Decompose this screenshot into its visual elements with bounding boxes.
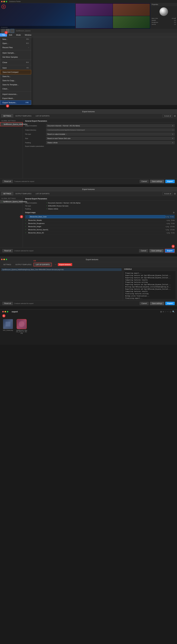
menu-save-compact[interactable]: Save And Compact	[0, 70, 31, 74]
reset-all-btn-2[interactable]: Reset all	[2, 249, 13, 252]
menu-export-mesh[interactable]: Export Mesh...	[0, 96, 31, 100]
minimize-window-button[interactable]	[4, 1, 5, 2]
file-item-0[interactable]: KDA_Graves.png	[2, 319, 14, 334]
close-window-button[interactable]	[1, 1, 2, 2]
export-main-1: General Export Parameters Output templat…	[23, 118, 177, 178]
save-settings-btn-3[interactable]: Save settings	[150, 302, 164, 305]
export-tabs-row-2: SETTINGS OUTPUT TEMPLATES LIST OF EXPORT…	[0, 191, 177, 196]
save-settings-btn-2[interactable]: Save settings	[149, 249, 164, 252]
reset-all-btn-1[interactable]: Reset all	[2, 180, 13, 183]
menu-import-resources[interactable]: Import resources...	[0, 92, 31, 96]
output-map-row-4[interactable]: ✓ BlestonSet_Normal_OpenGL • png 16 bits	[25, 228, 175, 231]
menu-save-as-copy[interactable]: Save As Copy...	[0, 78, 31, 82]
menu-save-as[interactable]: Save As...	[0, 74, 31, 78]
output-template-dropdown-1[interactable]: Document channels + Normal + AO (No Alph…	[46, 124, 175, 127]
tab-list-exports-3[interactable]: LIST OF EXPORTS	[34, 263, 52, 266]
export-btn-3[interactable]: Export	[165, 302, 175, 305]
output-map-row-5[interactable]: ✓ BlestonSet_Mixed_AO • png 8 bits	[25, 231, 175, 234]
textures-count-1: 7 textures selected for export	[14, 180, 34, 182]
file-item-1[interactable]: SpirtBlossom_Qiyanna_anna_ini...olor.png	[16, 319, 27, 334]
cancel-btn-2[interactable]: Cancel	[139, 249, 148, 252]
menu-open[interactable]: Open... ⌘O	[0, 41, 31, 46]
menu-get-samples[interactable]: Get More Samples	[0, 55, 31, 59]
close-fb[interactable]	[2, 311, 4, 312]
mesh-label: SpritBlossom_Qiyanna	[16, 30, 30, 32]
maximize-window-button[interactable]	[6, 1, 7, 2]
menu-edit[interactable]: Edit	[7, 33, 14, 36]
step4-badge: 4	[20, 215, 23, 218]
size-dropdown-1[interactable]: Based on each Texture Set's size ▼	[46, 137, 175, 140]
menu-new[interactable]: New... ⌘N	[0, 37, 31, 41]
window-controls-3	[1, 259, 7, 260]
texture-panel-4	[113, 16, 150, 28]
sidebar-mesh-preset-1[interactable]: ✓ SpritBlossom_Qiyanna_initialShading	[0, 122, 23, 126]
tab-output-templates-3[interactable]: OUTPUT TEMPLATES	[13, 263, 34, 266]
cancel-btn-3[interactable]: Cancel	[140, 302, 149, 305]
search-icon[interactable]: 🔍	[172, 310, 175, 313]
props-row-2: Metallic0.0	[150, 19, 177, 21]
console-line-7: Exporting texture set SpirtBlossom_Qiyan…	[125, 288, 174, 290]
max-3[interactable]	[6, 259, 7, 260]
sidebar-mesh-preset-2[interactable]: ✓ SpritBlossom_Qiyanna_initialShading	[0, 200, 23, 204]
menu-section: 1 File Edit Mode Window New... ⌘N Open..…	[0, 33, 177, 105]
output-map-row-2[interactable]: ✓ BlestonSet_Roughness • png 8 bits	[25, 222, 175, 225]
tab-settings-1[interactable]: SETTINGS	[1, 114, 13, 118]
export-main-2: General Export Parameters Output templat…	[23, 196, 177, 248]
export-btn-1[interactable]: Export	[165, 180, 175, 183]
output-map-row-wrapper-0: 4 ✓ BlestonSet_Base_Color • png 8 bits	[25, 215, 175, 219]
viewport-info-bar: Perspective	[0, 26, 75, 29]
menu-window[interactable]: Window	[23, 33, 33, 36]
settings-gear-icon-2[interactable]: ⚙	[174, 192, 176, 195]
menu-mode[interactable]: Mode	[14, 33, 23, 36]
menu-clean[interactable]: Clean...	[0, 87, 31, 91]
export-bottom-3: Reset all 1 texture selected for export …	[0, 300, 177, 306]
3d-viewport-left[interactable]: 1 Perspective	[0, 3, 75, 29]
include-all-btn-2[interactable]: Include all	[162, 192, 173, 195]
thumb-3[interactable]	[10, 29, 14, 33]
file-dropdown-menu: New... ⌘N Open... ⌘O Recent Files › Open…	[0, 37, 31, 105]
output-map-row-3[interactable]: ✓ BlestonSet_Height • png 16 bits	[25, 225, 175, 228]
reset-all-btn-3[interactable]: Reset all	[2, 302, 13, 305]
max-fb[interactable]	[7, 311, 8, 312]
settings-gear-icon[interactable]: ⚙	[174, 114, 176, 117]
tab-output-templates-2[interactable]: OUTPUT TEMPLATES	[13, 192, 34, 195]
cancel-btn-1[interactable]: Cancel	[140, 180, 149, 183]
save-settings-btn-1[interactable]: Save settings	[150, 180, 164, 183]
menu-export-textures[interactable]: Export Textures... ⇧⌘E	[0, 100, 31, 105]
output-map-row-0[interactable]: ✓ BlestonSet_Base_Color • png 8 bits	[25, 215, 175, 219]
min-3[interactable]	[4, 259, 5, 260]
share-icon[interactable]: ↑	[165, 310, 166, 313]
output-directory-input-1[interactable]: /Users/username/Documents/Algorithm/Subs…	[46, 128, 175, 132]
output-maps-settings-icon[interactable]: ⚙	[173, 212, 175, 214]
action-icon[interactable]: ⋯	[166, 310, 168, 313]
tab-list-exports-2[interactable]: LIST OF EXPORTS	[34, 192, 52, 195]
menu-save-as-template[interactable]: Save As Template...	[0, 82, 31, 87]
export-empty-area-2	[25, 234, 175, 246]
output-map-row-1[interactable]: ✓ BlestonSet_Metallic • png 8 bits	[25, 219, 175, 222]
padding-dropdown-1[interactable]: Dilation infinite ▼	[46, 141, 175, 144]
min-fb[interactable]	[4, 311, 6, 312]
props-header: Properties	[150, 3, 177, 6]
grid-view-icon[interactable]: ⊞	[160, 310, 162, 313]
textures-writing-wrapper: textures writing Exporting texture set S…	[125, 288, 174, 290]
tab-output-templates-1[interactable]: OUTPUT TEMPLATES	[13, 114, 34, 118]
list-export-item[interactable]: SpritBlossom_Qiyanna_initialShadingGroup…	[1, 268, 122, 271]
file-type-dropdown-1[interactable]: Based on output template → ▼	[46, 132, 175, 136]
tab-settings-3[interactable]: SETTINGS	[1, 263, 13, 266]
menu-open-sample[interactable]: Open Sample...	[0, 51, 31, 55]
3d-viewport-right[interactable]	[75, 3, 150, 29]
export-title-2: Export textures	[0, 188, 177, 191]
include-all-btn-1[interactable]: Include all	[162, 114, 173, 118]
step1-badge: 1	[4, 31, 8, 34]
tab-list-exports-1[interactable]: LIST OF EXPORTS	[34, 114, 52, 118]
file-browser-title: export	[12, 310, 18, 313]
menu-save[interactable]: Save ⌘S	[0, 66, 31, 70]
menu-close[interactable]: Close ⌘W	[0, 60, 31, 64]
smiley-icon[interactable]: ☺	[170, 310, 172, 313]
menu-recent-files[interactable]: Recent Files ›	[0, 46, 31, 50]
export-btn-2[interactable]: Export	[165, 249, 175, 253]
close-3[interactable]	[1, 259, 2, 260]
export-action-btn-3[interactable]: Export textures	[58, 263, 72, 266]
list-view-icon[interactable]: ≡	[163, 310, 164, 313]
tab-settings-2[interactable]: SETTINGS	[1, 192, 13, 195]
